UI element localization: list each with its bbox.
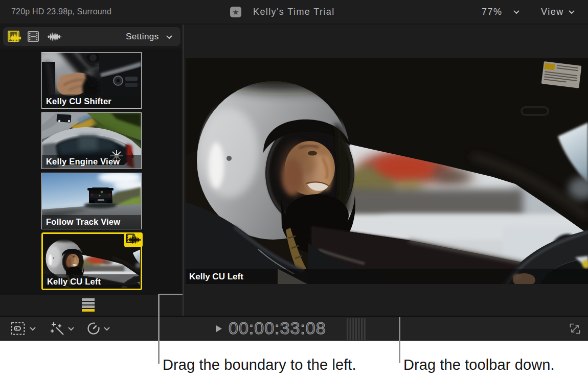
svg-text:Kelly CU Left: Kelly CU Left bbox=[189, 272, 243, 281]
